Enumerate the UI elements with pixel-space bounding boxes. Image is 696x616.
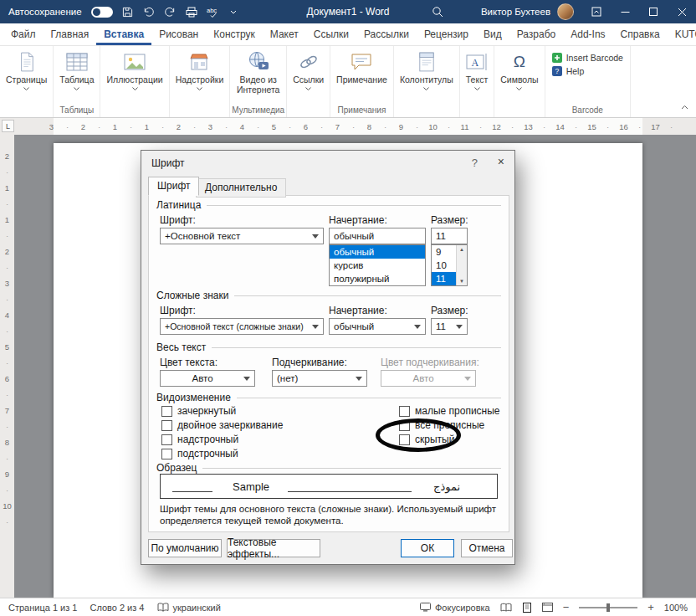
dialog-help-button[interactable]: ? [472,157,478,169]
save-button[interactable] [122,7,133,18]
default-button[interactable]: По умолчанию [148,539,222,557]
spelling-button[interactable]: abc [207,7,221,18]
ok-button[interactable]: ОК [401,539,454,557]
word-count[interactable]: Слово 2 из 4 [90,603,144,613]
dialog-close-button[interactable]: × [498,155,504,168]
close-button[interactable] [668,0,696,23]
online-video-icon [248,50,269,74]
latin-font-combobox[interactable]: +Основной текст [160,228,324,244]
ruler-tick: · [6,355,8,371]
ruler-number: 7 [5,403,9,418]
ruler-tick: · [91,122,107,131]
zoom-out-button[interactable]: − [563,601,570,613]
search-button[interactable] [432,6,443,19]
complex-font-combobox[interactable]: +Основной текст (сложные знаки) [160,318,324,335]
font-color-combobox[interactable]: Авто [160,370,255,387]
ribbon-display-options-button[interactable] [582,0,611,23]
header-footer-button[interactable]: Колонтитулы [396,47,458,90]
autosave-toggle[interactable] [91,7,113,18]
checkbox-strikethrough[interactable]: зачеркнутый [161,405,236,417]
latin-style-input[interactable]: обычный [329,228,426,244]
scrollbar[interactable]: ▲▼ [456,245,467,285]
pages-button[interactable]: Страницы [2,47,51,90]
ribbon-display-options-icon [591,7,601,17]
complex-style-combobox[interactable]: обычный [329,318,426,335]
underline-color-combobox: Авто [381,370,476,387]
print-layout-button[interactable] [522,603,532,613]
symbols-button[interactable]: Ω Символы [496,47,542,90]
online-video-button[interactable]: Видео из Интернета [233,47,284,95]
ruler-number: 2 [5,244,9,259]
dialog-tab-advanced[interactable]: Дополнительно [196,178,286,198]
tab-mailings[interactable]: Рассылки [356,23,417,45]
underline-style-combobox[interactable]: (нет) [272,370,367,387]
text-effects-button[interactable]: Текстовые эффекты... [227,539,320,557]
tab-selector[interactable]: L [2,120,14,132]
ruler-number: 2 [171,122,187,131]
tab-addins[interactable]: Add-Ins [563,23,612,45]
undo-button[interactable] [142,7,155,18]
checkbox-double-strikethrough[interactable]: двойное зачеркивание [161,419,283,431]
zoom-slider[interactable] [579,607,637,608]
tab-kutools[interactable]: KUTOOLS [668,23,696,45]
zoom-slider-thumb[interactable] [606,603,610,612]
header-footer-icon [418,50,435,74]
zoom-level[interactable]: 100% [664,603,688,613]
chevron-down-icon [456,325,463,329]
comment-button[interactable]: Примечание [332,47,392,85]
horizontal-ruler: L 3·2·1·1·2·3·4·5·6·7·8·9·10·11·12·13·14… [0,118,696,135]
ruler-number: 9 [5,466,9,482]
redo-button[interactable] [164,7,177,18]
language-status[interactable]: украинский [157,603,221,613]
illustrations-button[interactable]: Иллюстрации [102,47,166,90]
avatar [557,3,574,20]
tab-references[interactable]: Ссылки [306,23,356,45]
maximize-icon [649,8,658,16]
insert-barcode-button[interactable]: Insert Barcode [552,53,623,63]
links-button[interactable]: Ссылки [289,47,328,90]
read-mode-icon [500,603,512,612]
ruler-tick: · [6,228,8,244]
tab-view[interactable]: Вид [476,23,509,45]
customize-toolbar-button[interactable] [230,10,237,14]
read-mode-button[interactable] [500,603,512,612]
text-button[interactable]: A Текст [462,47,492,90]
list-item[interactable]: 9 [432,245,457,259]
tab-file[interactable]: Файл [3,23,44,45]
focus-mode-button[interactable]: Фокусировка [420,603,490,613]
latin-size-input[interactable]: 11 [431,228,468,244]
list-item[interactable]: курсив [330,259,425,272]
account-button[interactable]: Виктор Бухтеев [481,3,574,20]
list-item[interactable]: полужирный [330,272,425,285]
list-item[interactable]: 11 [432,272,457,285]
zoom-in-button[interactable]: + [647,601,654,613]
addins-button[interactable]: Надстройки [171,47,228,90]
list-item[interactable]: 10 [432,259,457,272]
tab-draw[interactable]: Рисован [151,23,206,45]
tab-developer[interactable]: Разрабо [509,23,564,45]
tab-insert[interactable]: Вставка [96,23,151,45]
minimize-button[interactable] [611,0,639,23]
checkbox-superscript[interactable]: надстрочный [161,434,238,445]
comment-label: Примечание [336,75,387,85]
tab-layout[interactable]: Макет [263,23,306,45]
page-count[interactable]: Страница 1 из 1 [8,603,77,613]
maximize-button[interactable] [639,0,668,23]
list-item[interactable]: обычный [330,245,425,259]
tab-review[interactable]: Рецензир [417,23,476,45]
print-button[interactable] [186,7,197,18]
dialog-tab-font[interactable]: Шрифт [148,177,199,196]
ruler-tick: · [377,122,393,131]
complex-size-combobox[interactable]: 11 [431,318,468,335]
checkbox-subscript[interactable]: подстрочный [161,448,238,459]
cancel-button[interactable]: Отмена [461,539,513,557]
tab-help[interactable]: Справка [613,23,668,45]
web-layout-button[interactable] [542,603,553,612]
checkbox-small-caps[interactable]: малые прописные [399,405,500,417]
collapse-ribbon-button[interactable] [681,98,688,113]
table-button[interactable]: Таблица [55,47,98,90]
tab-design[interactable]: Конструк [206,23,263,45]
quick-access-toolbar: Автосохранение abc [8,7,237,18]
barcode-help-button[interactable]: ? Help [552,66,623,76]
tab-home[interactable]: Главная [44,23,97,45]
